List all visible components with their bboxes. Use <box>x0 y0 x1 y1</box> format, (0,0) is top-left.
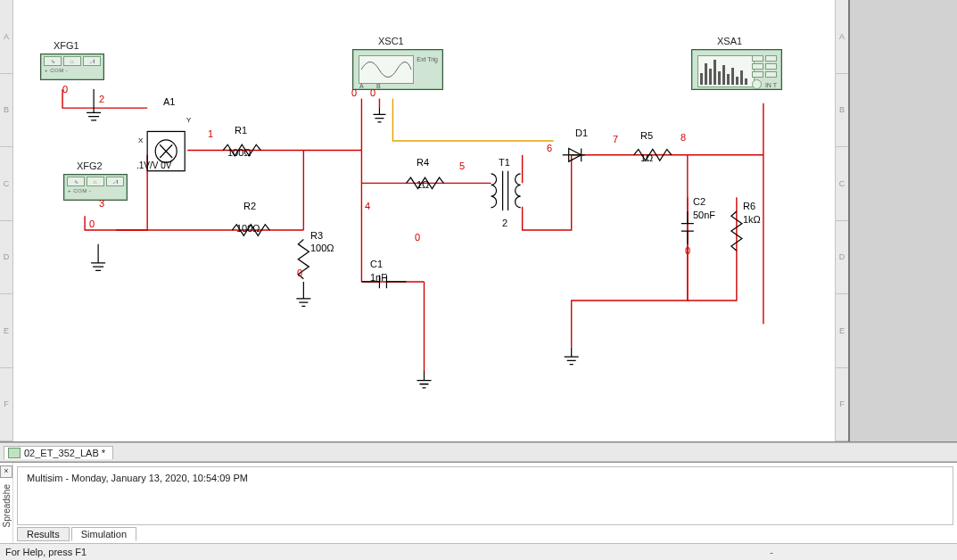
ruler-cell: E <box>836 294 848 368</box>
net-0e: 0 <box>370 87 375 98</box>
ruler-cell: D <box>836 221 848 295</box>
ruler-cell: C <box>836 147 848 221</box>
output-log[interactable]: Multisim - Monday, January 13, 2020, 10:… <box>17 466 953 525</box>
a1-ref: A1 <box>163 96 175 107</box>
a1-y: Y <box>186 116 191 124</box>
xsc1-ext-trig: Ext Trig <box>417 56 438 62</box>
xsa1-io-label: IN T <box>765 82 777 88</box>
r4-val: 1Ω <box>417 179 429 190</box>
spreadsheet-tabs: Results Simulation <box>13 525 957 543</box>
ruler-right: A B C D E F <box>835 0 848 441</box>
net-8: 8 <box>681 132 686 143</box>
app-root: A B C D E F <box>0 0 957 560</box>
ruler-cell: F <box>0 368 12 442</box>
status-right: - <box>770 547 952 557</box>
c1-val: 1nF <box>370 272 387 283</box>
svg-point-1 <box>155 140 177 162</box>
instrument-xsc1[interactable]: XSC1 Ext Trig A B <box>352 49 443 90</box>
ruler-cell: A <box>836 0 848 74</box>
ruler-cell: B <box>836 74 848 148</box>
ruler-cell: C <box>0 147 12 221</box>
tab-results[interactable]: Results <box>17 527 70 541</box>
ruler-cell: B <box>0 74 12 148</box>
xfg1-label: XFG1 <box>54 40 79 51</box>
schematic-area: A B C D E F <box>0 0 957 442</box>
output-line: Multisim - Monday, January 13, 2020, 10:… <box>27 473 248 483</box>
r1-val: 100Ω <box>227 147 252 158</box>
design-tab-bar: 02_ET_352_LAB * <box>0 442 957 462</box>
spreadsheet-side: × Spreadshe <box>0 463 13 543</box>
t1-ref: T1 <box>499 157 510 168</box>
instrument-xfg1[interactable]: XFG1 ∿⎍⩘ + COM - <box>40 54 104 80</box>
net-1: 1 <box>208 128 213 139</box>
ruler-cell: E <box>0 294 12 368</box>
net-0f: 0 <box>415 232 420 243</box>
r5-ref: R5 <box>640 130 653 141</box>
status-help-text: For Help, press F1 <box>5 547 87 557</box>
d1-ref: D1 <box>575 128 588 138</box>
c2-ref: C2 <box>693 196 705 207</box>
schematic-canvas[interactable]: XFG1 ∿⎍⩘ + COM - XFG2 ∿⎍⩘ + COM - XSC1 E… <box>13 0 835 441</box>
net-0g: 0 <box>685 245 690 256</box>
r6-val: 1kΩ <box>743 214 761 225</box>
net-0c: 0 <box>297 268 302 278</box>
instrument-xfg2[interactable]: XFG2 ∿⎍⩘ + COM - <box>63 174 128 201</box>
close-icon[interactable]: × <box>0 465 12 478</box>
r3-ref: R3 <box>310 230 323 241</box>
xfg1-com: COM <box>50 68 64 73</box>
net-7: 7 <box>613 134 618 144</box>
net-0d: 0 <box>351 87 357 98</box>
net-5: 5 <box>459 161 465 171</box>
xsa1-label: XSA1 <box>717 36 742 46</box>
tab-simulation[interactable]: Simulation <box>71 527 136 541</box>
out-of-page-region <box>848 0 957 441</box>
status-bar: For Help, press F1 - <box>0 543 957 560</box>
ruler-left: A B C D E F <box>0 0 13 441</box>
xsc1-ch-b: B <box>376 83 381 89</box>
a1-val: .1V/V 0V <box>136 161 171 170</box>
c2-val: 50nF <box>693 210 715 220</box>
design-tab-active[interactable]: 02_ET_352_LAB * <box>4 446 113 459</box>
r1-ref: R1 <box>235 125 247 136</box>
ruler-cell: A <box>0 0 12 74</box>
r5-val: 1Ω <box>640 152 653 163</box>
net-2: 2 <box>99 94 104 104</box>
c1-ref: C1 <box>370 259 383 269</box>
t1-sec: 2 <box>502 218 507 228</box>
ruler-cell: F <box>836 368 848 442</box>
net-4: 4 <box>365 201 370 211</box>
net-3: 3 <box>99 198 104 209</box>
schematic-icon <box>8 448 21 458</box>
r4-ref: R4 <box>417 157 429 168</box>
xfg2-label: XFG2 <box>77 161 103 171</box>
xsc1-label: XSC1 <box>378 36 404 46</box>
xfg2-com: COM <box>73 188 87 194</box>
r2-ref: R2 <box>243 201 256 211</box>
design-tab-label: 02_ET_352_LAB * <box>24 448 105 458</box>
r2-val: 100Ω <box>236 223 260 234</box>
r3-val: 100Ω <box>310 243 334 253</box>
spreadsheet-side-label: Spreadshe <box>2 481 12 531</box>
a1-x: X <box>138 136 143 144</box>
instrument-xsa1[interactable]: XSA1 IN T <box>691 49 782 90</box>
net-6: 6 <box>547 143 552 153</box>
net-0b: 0 <box>89 218 95 229</box>
r6-ref: R6 <box>743 201 755 211</box>
xsc1-ch-a: A <box>359 83 364 89</box>
net-0a: 0 <box>62 84 68 95</box>
spreadsheet-panel: × Spreadshe Multisim - Monday, January 1… <box>0 462 957 543</box>
ruler-cell: D <box>0 221 12 295</box>
